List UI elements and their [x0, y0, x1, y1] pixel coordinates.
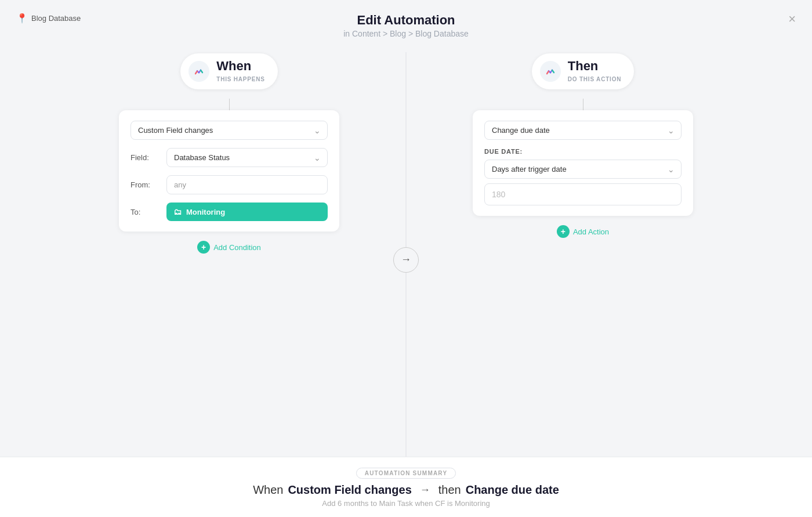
canvas: When THIS HAPPENS Custom Field changes S… — [0, 48, 812, 472]
arrow-connector: → — [393, 247, 419, 273]
summary-text: When Custom Field changes → then Change … — [0, 483, 812, 497]
add-action-button[interactable]: + Add Action — [557, 225, 609, 238]
field-label: Field: — [130, 153, 161, 162]
to-label: To: — [130, 208, 161, 216]
summary-action: Change due date — [466, 483, 559, 497]
when-pill: When THIS HAPPENS — [180, 53, 278, 89]
from-input[interactable] — [166, 175, 328, 194]
when-pill-text: When THIS HAPPENS — [216, 59, 265, 84]
page-title: Edit Automation — [0, 13, 812, 28]
due-date-section-label: DUE DATE: — [484, 148, 682, 155]
then-card: Change due date Change status Assign to … — [473, 110, 693, 216]
summary-prefix: When — [253, 483, 283, 497]
when-connector-line — [229, 99, 230, 110]
then-pill: Then DO THIS ACTION — [532, 53, 635, 89]
when-icon — [188, 61, 209, 82]
add-condition-icon: + — [197, 241, 210, 254]
when-main-word: When — [216, 59, 265, 73]
summary-trigger: Custom Field changes — [288, 483, 411, 497]
then-column: Then DO THIS ACTION Change due date Chan… — [406, 48, 760, 472]
columns: When THIS HAPPENS Custom Field changes S… — [29, 48, 783, 472]
due-date-select[interactable]: Days after trigger date Days before trig… — [484, 160, 682, 179]
from-label: From: — [130, 180, 161, 189]
then-main-word: Then — [568, 59, 622, 73]
action-select[interactable]: Change due date Change status Assign to — [484, 121, 682, 140]
when-column: When THIS HAPPENS Custom Field changes S… — [52, 48, 406, 472]
to-value-text: Monitoring — [186, 208, 225, 216]
svg-point-0 — [191, 63, 207, 79]
add-action-icon: + — [557, 225, 570, 238]
when-card: Custom Field changes Status changes Due … — [119, 110, 339, 232]
trigger-select-wrapper[interactable]: Custom Field changes Status changes Due … — [130, 121, 328, 140]
to-value-icon: 🗂 — [173, 207, 182, 216]
to-value[interactable]: 🗂 Monitoring — [166, 203, 328, 221]
then-pill-text: Then DO THIS ACTION — [568, 59, 622, 84]
when-sub-word: THIS HAPPENS — [216, 76, 265, 82]
then-connector-line — [583, 99, 583, 110]
add-condition-label: Add Condition — [213, 243, 261, 252]
summary-then-text: then — [438, 483, 461, 497]
svg-point-1 — [542, 63, 559, 79]
from-row: From: — [130, 175, 328, 194]
field-row: Field: Database Status Priority Assignee — [130, 148, 328, 167]
breadcrumb: in Content > Blog > Blog Database — [0, 29, 812, 38]
then-sub-word: DO THIS ACTION — [568, 76, 622, 82]
field-select[interactable]: Database Status Priority Assignee — [166, 148, 328, 167]
due-date-select-wrapper[interactable]: Days after trigger date Days before trig… — [484, 160, 682, 179]
days-input[interactable] — [484, 183, 682, 205]
to-row: To: 🗂 Monitoring — [130, 203, 328, 221]
field-select-wrapper[interactable]: Database Status Priority Assignee — [166, 148, 328, 167]
trigger-select[interactable]: Custom Field changes Status changes Due … — [130, 121, 328, 140]
add-action-label: Add Action — [573, 227, 609, 236]
action-select-wrapper[interactable]: Change due date Change status Assign to — [484, 121, 682, 140]
summary-description: Add 6 months to Main Task when CF is Mon… — [0, 499, 812, 508]
then-icon — [540, 61, 561, 82]
summary-arrow: → — [420, 484, 430, 496]
header: Edit Automation in Content > Blog > Blog… — [0, 0, 812, 48]
add-condition-button[interactable]: + Add Condition — [197, 241, 261, 254]
